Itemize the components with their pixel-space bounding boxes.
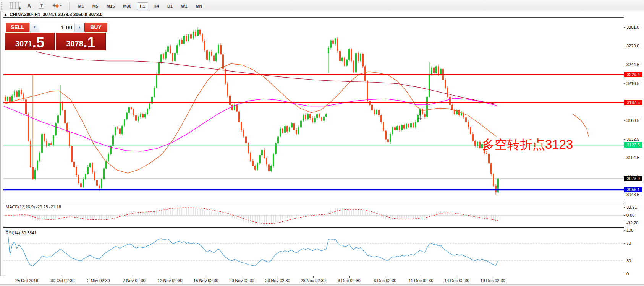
sell-price-display[interactable]: 3071.5 [5,32,55,50]
rsi-tick-label: 100 [626,228,633,232]
timeframe-button-m1[interactable]: M1 [75,2,87,10]
time-tick-mark [313,276,314,278]
macd-tick-mark [624,223,625,223]
rsi-tick-label: 0 [626,271,629,276]
macd-chart [3,203,624,227]
time-tick-mark [99,276,99,278]
price-tick-label: 3244.5 [626,62,639,67]
time-tick-mark [385,276,385,278]
time-label: 19 Dec 02:30 [480,278,505,283]
symbol-period-label: CHINA300-,H1 [10,12,40,17]
macd-tick-label: 0.00 [626,213,634,218]
time-label: 15 Nov 02:30 [193,278,218,283]
time-label: 25 Oct 2018 [15,278,38,283]
timeframe-button-m30[interactable]: M30 [120,2,134,10]
price-tick-mark [624,83,625,84]
price-axis[interactable]: 3301.03273.03244.53216.53160.53132.53104… [624,11,644,279]
text-box-icon[interactable]: T [39,3,44,9]
text-label-icon[interactable]: A [27,3,31,9]
one-click-trading-panel: SELL ▼ ▲ BUY 3071.5 3078.1 [5,23,107,51]
time-label: 2 Nov 02:30 [87,278,110,283]
timeframe-button-m15[interactable]: M15 [104,2,118,10]
price-badge-3187.5: 3187.5 [624,100,642,105]
price-tick-mark [624,195,625,195]
toolbar-separator [69,2,70,10]
time-tick-mark [349,276,350,278]
time-label: 12 Nov 02:30 [157,278,182,283]
price-badge-3073.0: 3073.0 [624,176,642,181]
rsi-tick-label: 70 [626,241,631,245]
rsi-panel[interactable]: RSI(14) 30.5841 [3,229,624,276]
time-tick-mark [134,276,134,278]
time-label: 23 Nov 02:30 [265,278,290,283]
objects-icon[interactable]: ✦◆▾ [52,3,61,8]
macd-label: MACD(12,26,9) -29.25 -21.18 [6,205,61,209]
drawn-arc-object [573,114,589,136]
volume-decrease-button[interactable]: ▼ [30,23,39,32]
rsi-label: RSI(14) 30.5841 [6,231,37,235]
volume-input[interactable] [39,23,74,32]
price-tick-mark [624,139,625,140]
time-tick-mark [421,276,421,278]
price-tick-mark [624,65,625,65]
time-axis[interactable]: 25 Oct 201830 Oct 02:302 Nov 02:307 Nov … [0,276,644,284]
chinese-annotation-text: 多空转折点3123 [482,136,573,153]
toolbar-drag-handle[interactable] [1,2,4,10]
chart-title: ▲ CHINA300-,H1 3074.1 3078.3 3060.0 3073… [4,12,102,17]
timeframe-button-mn[interactable]: MN [193,2,205,10]
sell-button[interactable]: SELL [6,23,29,32]
time-tick-mark [457,276,457,278]
collapse-triangle-icon[interactable]: ▲ [4,13,7,16]
time-label: 30 Oct 02:30 [51,278,75,283]
timeframe-button-h1[interactable]: H1 [137,2,148,10]
macd-histogram [5,207,498,225]
price-badge-3056.1: 3056.1 [624,187,642,192]
macd-tick-label: 33.91 [626,205,637,210]
macd-tick-mark [624,207,625,208]
volume-increase-button[interactable]: ▲ [74,23,84,32]
ma-long-crimson [36,52,497,104]
price-tick-label: 3160.5 [626,118,639,123]
price-tick-mark [624,120,625,121]
price-tick-label: 3132.5 [626,137,639,141]
price-tick-mark [624,158,625,158]
macd-panel[interactable]: MACD(12,26,9) -29.25 -21.18 [3,203,624,228]
candles-layer [5,27,499,195]
time-tick-mark [170,276,170,278]
time-label: 6 Dec 02:30 [374,278,396,283]
rsi-tick-mark [624,261,625,261]
buy-button[interactable]: BUY [84,23,107,32]
timeframe-button-h4[interactable]: H4 [150,2,162,10]
time-tick-mark [278,276,278,278]
time-tick-mark [493,276,493,278]
timeframe-buttons: M1M5M15M30H1H4D1W1MN [74,2,206,9]
timeframe-button-d1[interactable]: D1 [164,2,176,10]
time-label: 3 Dec 02:30 [338,278,360,283]
macd-tick-label: -32.26 [626,221,638,225]
price-tick-label: 3048.5 [626,192,639,197]
buy-price-display[interactable]: 3078.1 [56,32,106,50]
price-tick-label: 3273.0 [626,44,639,48]
trading-platform-screen: F A T ✦◆▾ M1M5M15M30H1H4D1W1MN ▲ CHINA30… [0,0,644,286]
price-tick-mark [624,46,625,46]
rsi-tick-mark [624,230,625,231]
symbols-grid-icon[interactable]: F [10,2,19,9]
time-label: 28 Nov 02:30 [301,278,325,283]
time-label: 7 Nov 02:30 [123,278,145,283]
price-tick-mark [624,27,625,28]
price-badge-3123.5: 3123.5 [624,142,642,148]
time-label: 14 Dec 02:30 [444,278,469,283]
ohlc-values: 3074.1 3078.3 3060.0 3073.0 [43,12,103,17]
time-tick-mark [242,276,242,278]
horizontal-scrollbar[interactable] [0,284,644,286]
rsi-tick-mark [624,274,625,274]
macd-signal-line [5,208,498,223]
timeframe-button-w1[interactable]: W1 [178,2,191,10]
time-tick-mark [27,276,27,278]
time-tick-mark [206,276,206,278]
rsi-chart [3,229,624,276]
main-chart-panel[interactable]: 多空转折点3123 SELL ▼ ▲ BUY 3071.5 3078.1 [3,17,624,202]
timeframe-button-m5[interactable]: M5 [89,2,101,10]
rsi-tick-mark [624,243,625,244]
time-label: 11 Dec 02:30 [409,278,434,283]
